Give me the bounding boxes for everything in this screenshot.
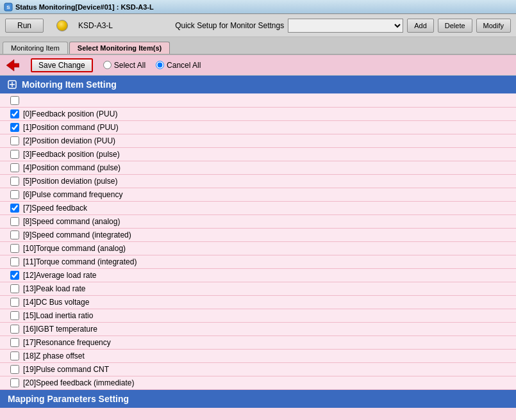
monitoring-item-label-17: [17]Resonance frequency xyxy=(23,338,111,347)
title-bar: S Status Monitoring[Device#01] : KSD-A3-… xyxy=(0,0,516,14)
monitoring-items-list: [0]Feedback position (PUU)[1]Position co… xyxy=(0,108,516,390)
monitoring-item-label-2: [2]Position deviation (PUU) xyxy=(23,136,115,145)
monitoring-item-checkbox-16[interactable] xyxy=(10,325,19,334)
mapping-section-title: Mapping Parameters Setting xyxy=(8,394,129,404)
monitoring-item-label-8: [8]Speed command (analog) xyxy=(23,217,120,226)
monitoring-item-label-9: [9]Speed command (integrated) xyxy=(23,230,131,239)
monitoring-item-label-20: [20]Speed feedback (immediate) xyxy=(23,378,134,387)
app-icon: S xyxy=(4,3,13,12)
monitoring-item-row: [2]Position deviation (PUU) xyxy=(0,134,516,148)
delete-button[interactable]: Delete xyxy=(438,19,472,33)
monitoring-item-label-14: [14]DC Bus voltage xyxy=(23,298,89,307)
monitoring-item-row: [8]Speed command (analog) xyxy=(0,215,516,229)
monitoring-item-label-18: [18]Z phase offset xyxy=(23,351,85,360)
monitoring-item-row: [6]Pulse command frequency xyxy=(0,188,516,202)
monitoring-item-row: [14]DC Bus voltage xyxy=(0,296,516,309)
monitoring-item-checkbox-3[interactable] xyxy=(10,150,19,159)
modify-button[interactable]: Modify xyxy=(476,19,511,33)
monitoring-item-row: [13]Peak load rate xyxy=(0,282,516,296)
arrow-indicator-icon xyxy=(5,58,19,72)
monitoring-item-checkbox-1[interactable] xyxy=(10,123,19,132)
monitoring-item-label-3: [3]Feedback position (pulse) xyxy=(23,150,120,159)
monitoring-item-row: [9]Speed command (integrated) xyxy=(0,229,516,242)
monitoring-item-checkbox-7[interactable] xyxy=(10,204,19,213)
add-button[interactable]: Add xyxy=(407,19,434,33)
monitoring-item-row: [19]Pulse command CNT xyxy=(0,363,516,376)
tab-bar: Monitoring Item Select Monitoring Item(s… xyxy=(0,37,516,55)
svg-marker-2 xyxy=(6,60,19,71)
monitoring-item-row: [1]Position command (PUU) xyxy=(0,121,516,134)
monitoring-item-label-10: [10]Torque command (analog) xyxy=(23,244,126,253)
monitoring-section-title: Moitoring Item Setting xyxy=(22,79,117,90)
radio-group: Select All Cancel All xyxy=(103,61,201,70)
monitoring-item-row: [10]Torque command (analog) xyxy=(0,242,516,255)
monitoring-item-row: [15]Load inertia ratio xyxy=(0,309,516,323)
monitoring-item-row: [7]Speed feedback xyxy=(0,202,516,215)
save-change-button[interactable]: Save Change xyxy=(31,58,93,72)
monitoring-item-checkbox-14[interactable] xyxy=(10,298,19,307)
select-all-radio-label[interactable]: Select All xyxy=(103,61,146,70)
monitoring-item-label-0: [0]Feedback position (PUU) xyxy=(23,109,117,118)
window-title: Status Monitoring[Device#01] : KSD-A3-L xyxy=(15,3,154,11)
cancel-all-radio[interactable] xyxy=(156,61,164,69)
monitoring-item-label-11: [11]Torque command (integrated) xyxy=(23,257,137,266)
run-button[interactable]: Run xyxy=(5,19,44,33)
monitoring-item-label-4: [4]Position command (pulse) xyxy=(23,163,121,172)
monitoring-item-row: [16]IGBT temperature xyxy=(0,323,516,336)
monitoring-item-checkbox-6[interactable] xyxy=(10,190,19,199)
mapping-section-header: Mapping Parameters Setting xyxy=(0,390,516,408)
main-toolbar: Run KSD-A3-L Quick Setup for Monitor Set… xyxy=(0,14,516,37)
svg-text:S: S xyxy=(6,4,10,10)
monitoring-item-label-5: [5]Position deviation (pulse) xyxy=(23,177,117,186)
monitoring-item-checkbox-11[interactable] xyxy=(10,257,19,266)
monitoring-item-row: [17]Resonance frequency xyxy=(0,336,516,350)
monitoring-item-row: [0]Feedback position (PUU) xyxy=(0,108,516,121)
select-all-radio[interactable] xyxy=(103,61,112,69)
monitoring-item-label-13: [13]Peak load rate xyxy=(23,284,85,293)
monitoring-item-checkbox-12[interactable] xyxy=(10,271,19,280)
monitoring-section-header: Moitoring Item Setting xyxy=(0,76,516,93)
monitoring-item-checkbox-15[interactable] xyxy=(10,311,19,320)
monitoring-item-checkbox-8[interactable] xyxy=(10,217,19,226)
tab-select-monitoring[interactable]: Select Monitoring Item(s) xyxy=(69,42,170,54)
monitoring-item-checkbox-10[interactable] xyxy=(10,244,19,253)
monitoring-item-checkbox-20[interactable] xyxy=(10,378,19,387)
monitoring-item-checkbox-4[interactable] xyxy=(10,163,19,172)
cancel-all-radio-label[interactable]: Cancel All xyxy=(156,61,201,70)
monitoring-item-checkbox-9[interactable] xyxy=(10,230,19,239)
monitoring-item-label-16: [16]IGBT temperature xyxy=(23,325,97,334)
monitoring-item-checkbox-18[interactable] xyxy=(10,351,19,360)
monitoring-item-label-15: [15]Load inertia ratio xyxy=(23,311,93,320)
monitoring-item-row: [4]Position command (pulse) xyxy=(0,161,516,175)
content-area: Save Change Select All Cancel All Moitor… xyxy=(0,55,516,420)
monitoring-item-row: [18]Z phase offset xyxy=(0,350,516,363)
quick-setup-area: Quick Setup for Monitor Settngs Add Dele… xyxy=(175,19,511,33)
monitoring-item-checkbox-17[interactable] xyxy=(10,338,19,347)
monitoring-item-row: [12]Average load rate xyxy=(0,269,516,282)
monitoring-item-row: [3]Feedback position (pulse) xyxy=(0,148,516,161)
monitoring-item-checkbox-5[interactable] xyxy=(10,177,19,186)
monitoring-item-label-19: [19]Pulse command CNT xyxy=(23,365,109,374)
blank-checkbox[interactable] xyxy=(10,96,19,105)
monitoring-item-row: [5]Position deviation (pulse) xyxy=(0,175,516,188)
monitoring-item-label-7: [7]Speed feedback xyxy=(23,204,87,213)
monitoring-item-checkbox-13[interactable] xyxy=(10,284,19,293)
monitoring-item-checkbox-19[interactable] xyxy=(10,365,19,374)
device-name-label: KSD-A3-L xyxy=(78,21,113,30)
blank-row xyxy=(0,93,516,108)
quick-setup-label: Quick Setup for Monitor Settngs xyxy=(175,21,284,30)
monitoring-item-label-1: [1]Position command (PUU) xyxy=(23,123,119,132)
device-status-indicator xyxy=(56,20,68,31)
quick-setup-dropdown[interactable] xyxy=(288,19,403,33)
monitoring-item-checkbox-2[interactable] xyxy=(10,136,19,145)
monitoring-item-row: [11]Torque command (integrated) xyxy=(0,255,516,269)
monitoring-item-row: [20]Speed feedback (immediate) xyxy=(0,376,516,390)
monitoring-toolbar: Save Change Select All Cancel All xyxy=(0,55,516,76)
tab-monitoring-item[interactable]: Monitoring Item xyxy=(3,42,68,54)
monitoring-item-label-12: [12]Average load rate xyxy=(23,271,97,280)
monitoring-item-label-6: [6]Pulse command frequency xyxy=(23,190,122,199)
monitoring-item-checkbox-0[interactable] xyxy=(10,109,19,118)
section-expand-icon xyxy=(8,80,17,89)
